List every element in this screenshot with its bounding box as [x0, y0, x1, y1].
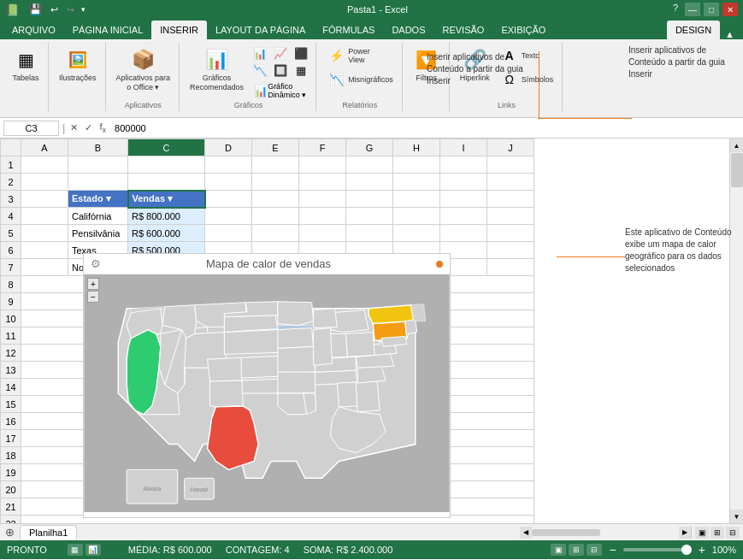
- tab-revisao[interactable]: REVISÃO: [434, 21, 493, 39]
- bar-chart-button[interactable]: 📊: [251, 46, 269, 61]
- ribbon-expand-icon[interactable]: ▲: [720, 29, 740, 39]
- close-button[interactable]: ✕: [722, 3, 738, 16]
- cell-b3[interactable]: Estado ▾: [68, 191, 128, 208]
- row-header-2[interactable]: 2: [1, 174, 21, 191]
- cell-h3[interactable]: [393, 191, 440, 208]
- cell-j2[interactable]: [487, 174, 534, 191]
- power-view-button[interactable]: ⚡ PowerView: [323, 44, 374, 67]
- col-header-f[interactable]: F: [299, 139, 346, 156]
- row-header-16[interactable]: 16: [1, 413, 21, 430]
- row-header-3[interactable]: 3: [1, 191, 21, 208]
- zoom-out-button[interactable]: −: [609, 543, 616, 557]
- scatter-chart-button[interactable]: 📉: [251, 63, 269, 78]
- tab-dados[interactable]: DADOS: [383, 21, 433, 39]
- cell-a4[interactable]: [21, 208, 68, 225]
- cell-b1[interactable]: [68, 156, 128, 174]
- scroll-up-button[interactable]: ▲: [730, 139, 744, 152]
- scroll-thumb[interactable]: [731, 153, 743, 187]
- col-header-d[interactable]: D: [205, 139, 252, 156]
- cell-d2[interactable]: [205, 174, 252, 191]
- cell-g4[interactable]: [346, 208, 393, 225]
- scroll-right-button[interactable]: ▶: [679, 527, 691, 539]
- horizontal-scrollbar[interactable]: ◀ ▶: [520, 527, 691, 539]
- cell-g2[interactable]: [346, 174, 393, 191]
- cell-a6[interactable]: [21, 242, 68, 259]
- vertical-scrollbar[interactable]: ▲ ▼: [729, 139, 743, 523]
- apps-button[interactable]: 📦 Aplicativos parao Office ▾: [113, 44, 174, 94]
- zoom-in-button[interactable]: +: [699, 543, 705, 557]
- cell-j4[interactable]: [487, 208, 534, 225]
- tab-layout[interactable]: LAYOUT DA PÁGINA: [207, 21, 314, 39]
- grafico-dinamico-button[interactable]: 📊 GráficoDinâmico ▾: [251, 80, 310, 101]
- status-icon-2[interactable]: 📊: [86, 544, 101, 556]
- line-chart-button[interactable]: 📈: [271, 46, 290, 61]
- cell-j5[interactable]: [487, 225, 534, 242]
- page-break-view-icon[interactable]: ⊟: [587, 544, 602, 556]
- cell-e4[interactable]: [252, 208, 299, 225]
- cell-h5[interactable]: [393, 225, 440, 242]
- pie-chart-button[interactable]: ⬛: [292, 46, 310, 61]
- cell-j1[interactable]: [487, 156, 534, 174]
- row-header-19[interactable]: 19: [1, 464, 21, 481]
- cell-j3[interactable]: [487, 191, 534, 208]
- cell-e5[interactable]: [252, 225, 299, 242]
- tab-design[interactable]: DESIGN: [667, 21, 720, 39]
- add-sheet-button[interactable]: ⊕: [0, 526, 20, 539]
- cell-i3[interactable]: [440, 191, 487, 208]
- map-widget[interactable]: ⚙ Mapa de calor de vendas + −: [83, 253, 451, 518]
- cell-f3[interactable]: [299, 191, 346, 208]
- cell-j6[interactable]: [487, 242, 534, 259]
- h-scroll-thumb[interactable]: [532, 529, 600, 536]
- tab-formulas[interactable]: FÓRMULAS: [314, 21, 383, 39]
- status-icon-1[interactable]: ▦: [68, 544, 83, 556]
- row-header-22[interactable]: 22: [1, 516, 21, 524]
- other-chart-button[interactable]: ▦: [292, 63, 310, 78]
- help-icon[interactable]: ?: [669, 3, 681, 16]
- normal-view-button[interactable]: ▣: [695, 527, 709, 539]
- scroll-track[interactable]: [730, 152, 744, 510]
- scroll-down-button[interactable]: ▼: [730, 510, 744, 523]
- cell-f5[interactable]: [299, 225, 346, 242]
- row-header-14[interactable]: 14: [1, 379, 21, 396]
- cell-g3[interactable]: [346, 191, 393, 208]
- row-header-13[interactable]: 13: [1, 362, 21, 379]
- tab-arquivo[interactable]: ARQUIVO: [3, 21, 64, 39]
- row-header-8[interactable]: 8: [1, 276, 21, 293]
- minigraficos-button[interactable]: 📉 Misnigráficos: [323, 68, 397, 91]
- cell-i5[interactable]: [440, 225, 487, 242]
- col-header-j[interactable]: J: [487, 139, 534, 156]
- normal-view-icon[interactable]: ▣: [551, 544, 566, 556]
- tab-pagina-inicial[interactable]: PÁGINA INICIAL: [64, 21, 152, 39]
- cell-g5[interactable]: [346, 225, 393, 242]
- cell-d3[interactable]: [205, 191, 252, 208]
- cell-a7[interactable]: [21, 259, 68, 276]
- cell-c3[interactable]: Vendas ▾: [128, 191, 205, 208]
- sheet-tab-planilha1[interactable]: Planilha1: [20, 525, 77, 539]
- cell-c2[interactable]: [128, 174, 205, 191]
- row-header-18[interactable]: 18: [1, 447, 21, 464]
- cell-c4[interactable]: R$ 800.000: [128, 208, 205, 225]
- confirm-formula-icon[interactable]: ✓: [83, 122, 94, 133]
- col-header-h[interactable]: H: [393, 139, 440, 156]
- cell-a3[interactable]: [21, 191, 68, 208]
- tab-inserir[interactable]: INSERIR: [151, 21, 207, 39]
- col-header-a[interactable]: A: [21, 139, 68, 156]
- cell-e2[interactable]: [252, 174, 299, 191]
- cell-f1[interactable]: [299, 156, 346, 174]
- cell-f2[interactable]: [299, 174, 346, 191]
- cell-h1[interactable]: [393, 156, 440, 174]
- cell-b4[interactable]: Califórnia: [68, 208, 128, 225]
- tab-exibicao[interactable]: EXIBIÇÃO: [492, 21, 554, 39]
- row-header-17[interactable]: 17: [1, 430, 21, 447]
- redo-icon[interactable]: ↪: [65, 4, 76, 15]
- row-header-5[interactable]: 5: [1, 225, 21, 242]
- cancel-formula-icon[interactable]: ✕: [68, 122, 80, 133]
- row-header-20[interactable]: 20: [1, 481, 21, 498]
- cell-d4[interactable]: [205, 208, 252, 225]
- cell-reference[interactable]: [3, 121, 59, 136]
- row-header-12[interactable]: 12: [1, 345, 21, 362]
- cell-c5[interactable]: R$ 600.000: [128, 225, 205, 242]
- row-header-15[interactable]: 15: [1, 396, 21, 413]
- maximize-button[interactable]: □: [704, 3, 719, 16]
- row-header-21[interactable]: 21: [1, 498, 21, 516]
